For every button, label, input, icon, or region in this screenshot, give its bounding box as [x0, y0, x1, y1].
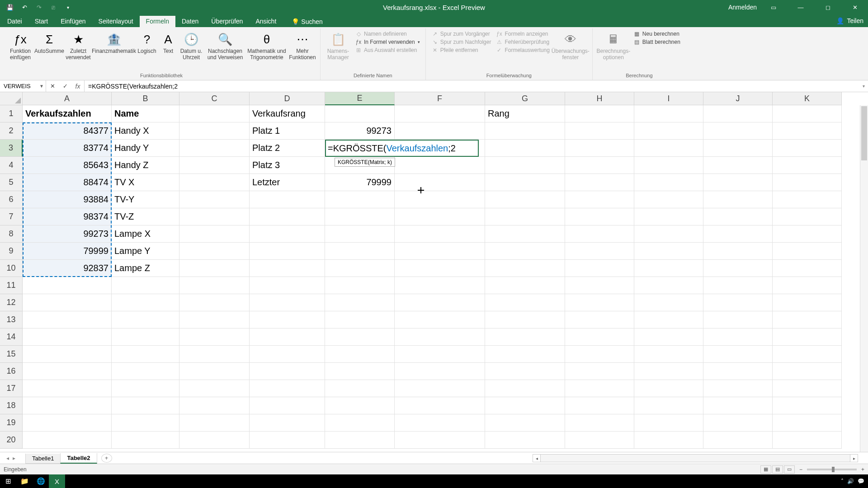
cell-K18[interactable] [773, 397, 842, 414]
cell-K12[interactable] [773, 294, 842, 311]
logical-button[interactable]: ?Logisch [136, 29, 158, 55]
cell-F6[interactable] [395, 191, 485, 208]
cell-A14[interactable] [23, 328, 112, 346]
cell-K11[interactable] [773, 277, 842, 294]
cell-K1[interactable] [773, 105, 842, 122]
cell-J5[interactable] [703, 174, 773, 191]
row-header-16[interactable]: 16 [0, 363, 23, 380]
expand-formula-bar-icon[interactable]: ▾ [859, 80, 868, 92]
cell-F19[interactable] [395, 414, 485, 432]
cell-B10[interactable]: Lampe Z [112, 260, 179, 277]
col-header-D[interactable]: D [250, 92, 325, 105]
cell-D3[interactable]: Platz 2 [250, 140, 325, 157]
cell-A12[interactable] [23, 294, 112, 311]
cell-J9[interactable] [703, 243, 773, 260]
vertical-scrollbar[interactable] [860, 105, 868, 452]
cell-I10[interactable] [634, 260, 703, 277]
financial-button[interactable]: 🏦Finanzmathematik [93, 29, 135, 55]
cell-I5[interactable] [634, 174, 703, 191]
trace-dependents-button[interactable]: ↘Spur zum Nachfolger [429, 38, 493, 46]
cell-B20[interactable] [112, 432, 179, 449]
row-header-19[interactable]: 19 [0, 414, 23, 432]
redo-icon[interactable]: ↷ [33, 2, 44, 13]
cell-H9[interactable] [565, 243, 634, 260]
col-header-A[interactable]: A [23, 92, 112, 105]
cell-E20[interactable] [325, 432, 395, 449]
cell-D8[interactable] [250, 225, 325, 243]
cell-K14[interactable] [773, 328, 842, 346]
row-header-17[interactable]: 17 [0, 380, 23, 397]
cell-H12[interactable] [565, 294, 634, 311]
cell-E6[interactable] [325, 191, 395, 208]
tab-seitenlayout[interactable]: Seitenlayout [92, 16, 140, 27]
tell-me-search[interactable]: 💡 Suchen [287, 16, 327, 27]
calculate-sheet-button[interactable]: ▤Blatt berechnen [632, 38, 682, 46]
tray-up-icon[interactable]: ˄ [841, 478, 844, 484]
cell-C7[interactable] [179, 208, 250, 225]
cell-C14[interactable] [179, 328, 250, 346]
row-header-15[interactable]: 15 [0, 346, 23, 363]
cell-I19[interactable] [634, 414, 703, 432]
cell-I2[interactable] [634, 122, 703, 140]
undo-icon[interactable]: ↶ [19, 2, 30, 13]
cell-F14[interactable] [395, 328, 485, 346]
row-header-5[interactable]: 5 [0, 174, 23, 191]
row-header-7[interactable]: 7 [0, 208, 23, 225]
cell-I14[interactable] [634, 328, 703, 346]
cell-A13[interactable] [23, 311, 112, 328]
col-header-H[interactable]: H [565, 92, 634, 105]
name-manager-button[interactable]: 📋Namens- Manager [324, 29, 352, 61]
cell-A4[interactable]: 85643 [23, 157, 112, 174]
cell-D7[interactable] [250, 208, 325, 225]
cell-F18[interactable] [395, 397, 485, 414]
row-header-14[interactable]: 14 [0, 328, 23, 346]
cell-B13[interactable] [112, 311, 179, 328]
col-header-K[interactable]: K [773, 92, 842, 105]
cell-G16[interactable] [485, 363, 565, 380]
qat-customize-icon[interactable]: ▾ [62, 2, 73, 13]
signin-link[interactable]: Anmelden [728, 4, 757, 11]
cell-D5[interactable]: Letzter [250, 174, 325, 191]
cell-F13[interactable] [395, 311, 485, 328]
cell-B18[interactable] [112, 397, 179, 414]
cell-K10[interactable] [773, 260, 842, 277]
cell-E11[interactable] [325, 277, 395, 294]
cell-C5[interactable] [179, 174, 250, 191]
row-header-9[interactable]: 9 [0, 243, 23, 260]
cell-D1[interactable]: Verkaufsrang [250, 105, 325, 122]
cell-H4[interactable] [565, 157, 634, 174]
cell-A2[interactable]: 84377 [23, 122, 112, 140]
text-button[interactable]: AText [159, 29, 177, 55]
cell-K6[interactable] [773, 191, 842, 208]
cell-D19[interactable] [250, 414, 325, 432]
cell-B6[interactable]: TV-Y [112, 191, 179, 208]
cell-I15[interactable] [634, 346, 703, 363]
cell-B5[interactable]: TV X [112, 174, 179, 191]
cell-H15[interactable] [565, 346, 634, 363]
cell-D16[interactable] [250, 363, 325, 380]
cell-B14[interactable] [112, 328, 179, 346]
cell-K4[interactable] [773, 157, 842, 174]
cell-H7[interactable] [565, 208, 634, 225]
cell-H17[interactable] [565, 380, 634, 397]
row-header-20[interactable]: 20 [0, 432, 23, 449]
cell-J7[interactable] [703, 208, 773, 225]
create-from-selection-button[interactable]: ⊞Aus Auswahl erstellen [353, 47, 422, 54]
col-header-I[interactable]: I [634, 92, 703, 105]
cell-D20[interactable] [250, 432, 325, 449]
cell-D11[interactable] [250, 277, 325, 294]
cell-C17[interactable] [179, 380, 250, 397]
cell-E19[interactable] [325, 414, 395, 432]
cell-A18[interactable] [23, 397, 112, 414]
cell-B2[interactable]: Handy X [112, 122, 179, 140]
save-icon[interactable]: 💾 [5, 2, 15, 13]
row-header-6[interactable]: 6 [0, 191, 23, 208]
cell-K2[interactable] [773, 122, 842, 140]
edge-icon[interactable]: 🌐 [33, 474, 49, 488]
cell-F8[interactable] [395, 225, 485, 243]
enter-formula-button[interactable]: ✓ [59, 83, 71, 89]
cell-G2[interactable] [485, 122, 565, 140]
cell-A5[interactable]: 88474 [23, 174, 112, 191]
cell-A20[interactable] [23, 432, 112, 449]
show-formulas-button[interactable]: ƒxFormeln anzeigen [494, 30, 551, 38]
